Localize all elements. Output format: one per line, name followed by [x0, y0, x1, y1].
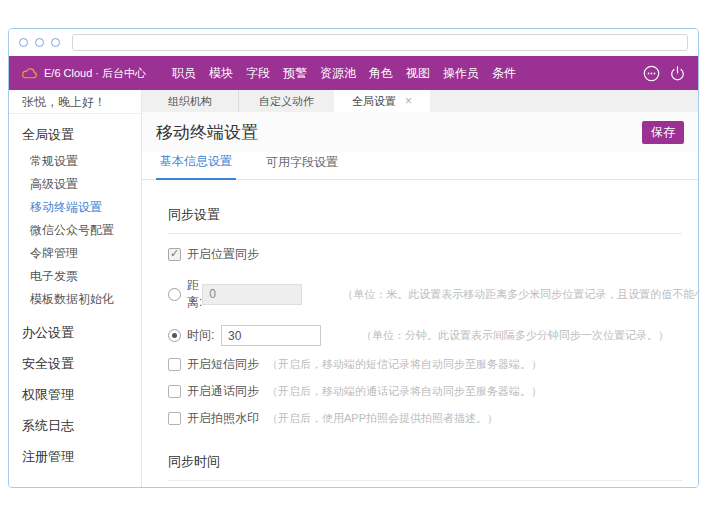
sms-sync-checkbox[interactable]	[168, 358, 181, 371]
page-title: 移动终端设置	[156, 121, 258, 144]
photo-watermark-label: 开启拍照水印	[187, 410, 259, 427]
sms-sync-hint: （开启后，移动端的短信记录将自动同步至服务器端。）	[267, 357, 542, 372]
call-sync-hint: （开启后，移动端的通话记录将自动同步至服务器端。）	[267, 384, 542, 399]
page-header: 移动终端设置 保存	[142, 112, 698, 152]
tab-label: 全局设置	[352, 94, 396, 109]
user-greeting: 张悦，晚上好！	[9, 90, 141, 114]
distance-radio[interactable]	[168, 288, 181, 301]
window-control-icon[interactable]	[51, 38, 60, 47]
menu-item-operator[interactable]: 操作员	[443, 65, 479, 82]
header-actions	[643, 65, 686, 82]
photo-watermark-hint: （开启后，使用APP拍照会提供拍照者描述。）	[267, 411, 498, 426]
distance-option-row: 距离: （单位：米。此设置表示移动距离多少米同步位置记录，且设置的值不能小于10…	[168, 277, 682, 311]
power-logout-icon[interactable]	[669, 65, 686, 82]
time-radio[interactable]	[168, 329, 181, 342]
photo-watermark-row: 开启拍照水印 （开启后，使用APP拍照会提供拍照者描述。）	[168, 410, 682, 427]
time-option-row: 时间: （单位：分钟。此设置表示间隔多少分钟同步一次位置记录。）	[168, 325, 682, 346]
section-title-sync-settings: 同步设置	[168, 206, 682, 234]
time-interval-input[interactable]	[221, 325, 321, 346]
sidebar-item-global-settings[interactable]: 全局设置	[22, 126, 141, 144]
window-control-icon[interactable]	[19, 38, 28, 47]
sms-sync-row: 开启短信同步 （开启后，移动端的短信记录将自动同步至服务器端。）	[168, 356, 682, 373]
menu-item-view[interactable]: 视图	[406, 65, 430, 82]
main-menu: 职员 模块 字段 预警 资源池 角色 视图 操作员 条件	[172, 65, 516, 82]
tab-global-settings[interactable]: 全局设置 ×	[334, 90, 430, 112]
cloud-logo-icon	[21, 65, 38, 82]
menu-item-field[interactable]: 字段	[246, 65, 270, 82]
location-sync-checkbox[interactable]	[168, 248, 181, 261]
menu-item-condition[interactable]: 条件	[492, 65, 516, 82]
sidebar-item-security-settings[interactable]: 安全设置	[9, 355, 141, 373]
sidebar-item-general-settings[interactable]: 常规设置	[9, 150, 141, 173]
tab-label: 自定义动作	[259, 94, 314, 109]
window-controls	[19, 38, 60, 47]
content-area: 组织机构 自定义动作 全局设置 × 移动终端设置 保存 基本信息设置	[142, 90, 698, 487]
sidebar-item-registration-management[interactable]: 注册管理	[9, 448, 141, 466]
tab-available-fields-settings[interactable]: 可用字段设置	[262, 154, 342, 179]
distance-input[interactable]	[202, 284, 302, 305]
sms-sync-label: 开启短信同步	[187, 356, 259, 373]
sidebar: 张悦，晚上好！ 全局设置 常规设置 高级设置 移动终端设置 微信公众号配置 令牌…	[9, 90, 142, 487]
brand: E/6 Cloud · 后台中心	[21, 65, 146, 82]
sidebar-item-wechat-account-config[interactable]: 微信公众号配置	[9, 219, 141, 242]
settings-form: 同步设置 开启位置同步 距离: （单位：米。此设置表示移动距离多少米同步位置记录…	[142, 180, 698, 487]
sidebar-item-template-data-init[interactable]: 模板数据初始化	[9, 288, 141, 311]
menu-item-role[interactable]: 角色	[369, 65, 393, 82]
location-sync-label: 开启位置同步	[187, 246, 259, 263]
sidebar-item-permission-management[interactable]: 权限管理	[9, 386, 141, 404]
sidebar-item-token-management[interactable]: 令牌管理	[9, 242, 141, 265]
close-tab-icon[interactable]: ×	[405, 95, 412, 107]
sidebar-item-advanced-settings[interactable]: 高级设置	[9, 173, 141, 196]
save-button[interactable]: 保存	[642, 121, 684, 144]
address-bar[interactable]	[72, 34, 688, 51]
menu-item-alert[interactable]: 预警	[283, 65, 307, 82]
main-layout: 张悦，晚上好！ 全局设置 常规设置 高级设置 移动终端设置 微信公众号配置 令牌…	[9, 90, 698, 487]
time-label: 时间:	[187, 327, 221, 344]
sidebar-item-mobile-terminal-settings[interactable]: 移动终端设置	[9, 196, 141, 219]
sidebar-item-office-settings[interactable]: 办公设置	[9, 324, 141, 342]
time-hint: （单位：分钟。此设置表示间隔多少分钟同步一次位置记录。）	[361, 328, 669, 343]
browser-window: E/6 Cloud · 后台中心 职员 模块 字段 预警 资源池 角色 视图 操…	[8, 28, 699, 488]
section-title-sync-time: 同步时间	[168, 453, 682, 481]
photo-watermark-checkbox[interactable]	[168, 412, 181, 425]
tab-label: 组织机构	[168, 94, 212, 109]
call-sync-row: 开启通话同步 （开启后，移动端的通话记录将自动同步至服务器端。）	[168, 383, 682, 400]
menu-item-resource-pool[interactable]: 资源池	[320, 65, 356, 82]
distance-hint: （单位：米。此设置表示移动距离多少米同步位置记录，且设置的值不能小于100。）	[342, 287, 698, 302]
brand-label: E/6 Cloud · 后台中心	[44, 66, 146, 81]
distance-label: 距离:	[187, 277, 202, 311]
sidebar-item-e-invoice[interactable]: 电子发票	[9, 265, 141, 288]
workspace-tabs: 组织机构 自定义动作 全局设置 ×	[142, 90, 698, 112]
tab-organization[interactable]: 组织机构	[142, 90, 238, 112]
browser-chrome	[9, 29, 698, 56]
tab-custom-actions[interactable]: 自定义动作	[238, 90, 334, 112]
app-header: E/6 Cloud · 后台中心 职员 模块 字段 预警 资源池 角色 视图 操…	[9, 56, 698, 90]
call-sync-label: 开启通话同步	[187, 383, 259, 400]
call-sync-checkbox[interactable]	[168, 385, 181, 398]
menu-item-module[interactable]: 模块	[209, 65, 233, 82]
window-control-icon[interactable]	[35, 38, 44, 47]
sidebar-group-items: 常规设置 高级设置 移动终端设置 微信公众号配置 令牌管理 电子发票 模板数据初…	[9, 150, 141, 311]
page: E/6 Cloud · 后台中心 职员 模块 字段 预警 资源池 角色 视图 操…	[0, 0, 708, 520]
location-sync-row: 开启位置同步	[168, 246, 682, 263]
more-options-icon[interactable]	[643, 65, 660, 82]
tab-basic-info-settings[interactable]: 基本信息设置	[156, 153, 236, 180]
sidebar-item-system-logs[interactable]: 系统日志	[9, 417, 141, 435]
menu-item-staff[interactable]: 职员	[172, 65, 196, 82]
settings-tabs: 基本信息设置 可用字段设置	[142, 152, 698, 180]
